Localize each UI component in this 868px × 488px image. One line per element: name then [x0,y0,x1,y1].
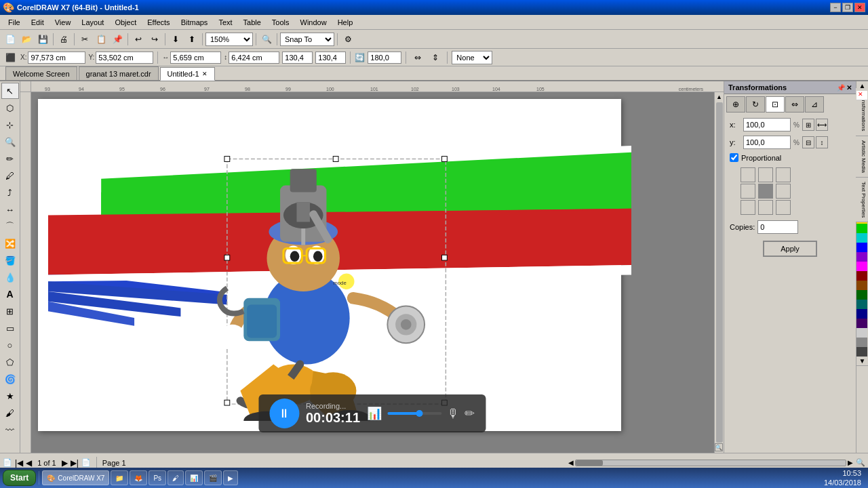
shape-tool[interactable]: ⬡ [1,100,19,116]
import-button[interactable]: ⬇ [168,32,183,47]
text-tool[interactable]: A [1,286,19,302]
h-input[interactable] [229,52,279,64]
dimension-tool[interactable]: ↔ [1,201,19,218]
table-tool[interactable]: ⊞ [1,303,19,319]
scroll-right-btn[interactable]: ▶ [848,459,853,466]
taskbar-firefox[interactable]: 🦊 [130,470,147,485]
waveform-icon[interactable]: 📊 [367,406,382,421]
select-tool[interactable]: ↖ [1,83,19,99]
origin-bl[interactable] [741,200,755,215]
page-add-btn[interactable]: 📄 [81,458,91,467]
w2-input[interactable] [282,52,313,64]
proportional-checkbox[interactable] [730,153,738,162]
tab-untitled[interactable]: Untitled-1 ✕ [160,67,215,81]
taskbar-app7[interactable]: ▶ [223,470,238,485]
minimize-button[interactable]: − [830,3,841,12]
undo-button[interactable]: ↩ [131,32,146,47]
zoom-corner-btn[interactable]: 🔍 [715,443,723,451]
transform-position-tab[interactable]: ⊕ [726,96,745,113]
menu-item-window[interactable]: Window [295,17,332,28]
panel-pin-btn[interactable]: 📌 [837,84,845,92]
restore-button[interactable]: ❐ [842,3,853,12]
scroll-up-arrow[interactable]: ▲ [715,92,724,102]
palette-scroll-down[interactable]: ▼ [856,357,868,366]
taskbar-photoshop[interactable]: Ps [149,470,166,485]
zoom-pan-button[interactable]: 🔍 [259,32,274,47]
paste-button[interactable]: 📌 [110,32,125,47]
copies-input[interactable] [757,220,798,234]
angle-input[interactable] [368,52,401,64]
pause-button[interactable]: ⏸ [269,399,299,428]
roughen-tool[interactable]: 〰 [1,422,19,438]
connector-tool[interactable]: ⌒ [1,218,19,235]
swatch-gray[interactable] [856,338,867,347]
transform-skew-tab[interactable]: ⊿ [805,96,824,113]
origin-tc[interactable] [758,167,773,182]
menu-item-view[interactable]: View [50,17,77,28]
origin-bc[interactable] [758,200,773,215]
origin-br[interactable] [776,200,791,215]
y-scale-icon1[interactable]: ⊟ [802,136,814,148]
transform-rotate-tab[interactable]: ↻ [746,96,765,113]
crop-tool[interactable]: ⊹ [1,117,19,133]
drawing-canvas[interactable]: mode [31,92,714,443]
new-button[interactable]: 📄 [3,32,18,47]
menu-item-text[interactable]: Text [213,17,237,28]
polygon-tool[interactable]: ⬠ [1,354,19,370]
y-scale-input[interactable] [743,136,791,149]
pen-tool[interactable]: 🖊 [1,167,19,184]
paint-tool[interactable]: 🖌 [1,405,19,421]
swatch-cyan[interactable] [856,233,867,243]
panel-close-btn[interactable]: ✕ [846,84,852,92]
start-button[interactable]: Start [3,470,36,486]
page-start-btn[interactable]: 📄 [3,458,12,467]
page-next-next-btn[interactable]: ▶| [71,458,79,468]
menu-item-effects[interactable]: Effects [142,17,175,28]
hscrollbar[interactable]: ◀ ▶ [568,459,853,466]
taskbar-app5[interactable]: 📊 [185,470,203,485]
snap-to-select[interactable]: Snap To [280,33,334,46]
cut-button[interactable]: ✂ [77,32,92,47]
scroll-left-btn[interactable]: ◀ [568,459,574,466]
copy-button[interactable]: 📋 [94,32,108,47]
tab-welcome[interactable]: Welcome Screen [5,66,77,80]
y-input[interactable] [96,52,153,64]
transform-mirror-tab[interactable]: ⇔ [785,96,804,113]
y-scale-icon2[interactable]: ↕ [816,136,828,148]
swatch-dark-orange[interactable] [856,281,867,290]
swatch-none[interactable]: ✕ [856,91,867,100]
swatch-dark-gray[interactable] [856,347,867,357]
menu-item-file[interactable]: File [3,17,26,28]
taskbar-corel-paint[interactable]: 🖌 [167,470,184,485]
none-select[interactable]: None [452,51,492,64]
swatch-dark-cyan[interactable] [856,300,867,309]
taskbar-explorer[interactable]: 📁 [111,470,128,485]
export-button[interactable]: ⬆ [184,32,199,47]
h2-input[interactable] [315,52,346,64]
hscroll-track[interactable] [575,460,846,466]
freehand-tool[interactable]: ✏ [1,150,19,167]
fill-tool[interactable]: 🪣 [1,252,19,268]
swatch-blue[interactable] [856,243,867,252]
w-input[interactable] [170,52,221,64]
origin-mc[interactable] [758,184,773,199]
taskbar-app6[interactable]: 🎬 [204,470,222,485]
swatch-dark-blue[interactable] [856,309,867,319]
origin-mr[interactable] [776,184,791,199]
x-scale-input[interactable] [743,118,791,131]
flip-h-button[interactable]: ⇔ [410,50,425,65]
parallel-tool[interactable]: ⤴ [1,184,19,201]
swatch-purple[interactable] [856,252,867,262]
swatch-green[interactable] [856,224,867,233]
dock-text-properties[interactable]: Text Properties [856,178,868,222]
eyedrop-tool[interactable]: 💧 [1,269,19,285]
origin-ml[interactable] [741,184,755,199]
swatch-dark-red[interactable] [856,271,867,281]
taskbar-coreldraw[interactable]: 🎨 CorelDRAW X7 [42,470,109,485]
x-scale-icon2[interactable]: ⟷ [816,119,828,131]
menu-item-edit[interactable]: Edit [26,17,50,28]
open-button[interactable]: 📂 [19,32,34,47]
menu-item-object[interactable]: Object [109,17,142,28]
rect-tool[interactable]: ▭ [1,320,19,336]
mic-icon[interactable]: 🎙 [447,407,459,421]
